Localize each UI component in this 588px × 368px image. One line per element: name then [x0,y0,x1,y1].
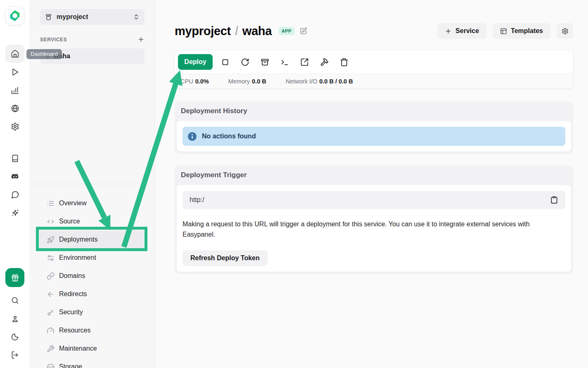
main-content: myproject/waha APP Service Templates Dep… [155,0,588,368]
templates-button[interactable]: Templates [493,23,550,39]
rail-search-button[interactable] [5,291,24,309]
rail-support-button[interactable] [5,185,24,204]
service-menu: Overview Source Deployments Environment … [37,194,147,368]
play-icon [11,68,19,76]
account-icon [11,314,19,323]
logout-icon [11,351,19,359]
breadcrumb-project: myproject [175,24,231,38]
project-selector[interactable]: myproject [40,9,145,25]
rail-run-button[interactable] [5,63,24,81]
stop-service-button[interactable] [215,54,235,70]
terminal-icon [280,58,289,66]
menu-item-maintenance[interactable]: Maintenance [37,340,147,358]
icon-rail [0,0,30,368]
menu-item-label: Deployments [59,236,97,243]
rail-discord-button[interactable] [5,167,24,185]
project-settings-button[interactable] [557,23,573,39]
console-button[interactable] [275,54,294,70]
project-selector-label: myproject [57,13,128,21]
external-link-icon [300,58,309,66]
layout-panels-icon [500,28,507,35]
cpu-stat: CPU0.0% [180,78,209,85]
build-button[interactable] [314,54,334,70]
rail-docs-button[interactable] [5,149,24,167]
globe-icon [11,104,19,113]
gear-icon [562,28,569,35]
chevrons-up-down-icon [133,14,140,20]
book-icon [11,154,19,163]
sliders-icon [47,254,55,262]
alert-message: No actions found [202,133,256,140]
dashboard-tooltip: Dashboard [26,49,62,59]
plus-icon [445,28,452,35]
services-heading: SERVICES [40,37,67,43]
copy-url-button[interactable] [550,196,558,204]
app-type-badge: APP [279,27,294,35]
rail-analytics-button[interactable] [5,81,24,99]
rail-dark-mode-button[interactable] [5,328,24,346]
breadcrumb-service: waha [242,24,272,38]
menu-item-label: Domains [59,272,85,280]
menu-item-resources[interactable]: Resources [37,321,147,340]
wrench-icon [47,345,55,353]
rail-ai-button[interactable] [5,204,24,222]
gauge-icon [47,327,55,335]
trash-icon [340,58,349,66]
menu-item-label: Overview [59,199,87,207]
rail-account-button[interactable] [5,309,24,328]
menu-item-storage[interactable]: Storage [37,358,147,368]
gift-icon [11,273,19,282]
rename-service-button[interactable] [300,27,307,35]
rail-settings-button[interactable] [5,117,24,135]
rail-dashboard-button[interactable] [5,45,24,63]
trigger-description: Making a request to this URL will trigge… [183,219,560,240]
home-icon [11,50,19,58]
menu-item-environment[interactable]: Environment [37,249,147,267]
archive-service-button[interactable] [255,54,275,70]
memory-stat: Memory0.0 B [228,78,266,85]
page-title: myproject/waha [175,24,272,38]
menu-item-label: Redirects [59,290,87,298]
menu-item-overview[interactable]: Overview [37,194,147,212]
deployment-history-title: Deployment History [177,101,571,121]
templates-label: Templates [511,27,543,35]
archive-icon [261,58,269,66]
info-icon [188,132,197,141]
stop-icon [221,58,230,66]
trigger-url-field[interactable]: http:/ [183,191,565,209]
moon-icon [11,332,19,341]
rail-domains-button[interactable] [5,99,24,117]
rail-logout-button[interactable] [5,346,24,364]
menu-item-deployments[interactable]: Deployments [37,230,147,249]
rail-gift-button[interactable] [5,268,24,287]
add-service-button[interactable] [138,36,145,43]
chat-bubble-icon [11,190,19,199]
edit-icon [300,27,307,35]
menu-item-security[interactable]: Security [37,303,147,321]
reload-icon [241,58,249,66]
hammer-icon [320,58,329,66]
add-service-header-button[interactable]: Service [437,23,486,39]
clipboard-icon [550,196,558,204]
menu-item-source[interactable]: Source [37,212,147,230]
bar-chart-icon [11,86,19,95]
sparkles-icon [11,209,19,217]
delete-service-button[interactable] [334,54,354,70]
no-actions-alert: No actions found [183,127,565,146]
menu-item-label: Resources [59,327,90,334]
hard-drive-icon [47,363,55,368]
menu-item-domains[interactable]: Domains [37,267,147,285]
menu-item-redirects[interactable]: Redirects [37,285,147,303]
sidebar-divider [30,184,154,184]
open-app-button[interactable] [294,54,314,70]
restart-service-button[interactable] [235,54,255,70]
archive-box-icon [45,14,52,21]
breadcrumb-separator: / [235,24,238,38]
deploy-button[interactable]: Deploy [178,54,213,70]
key-icon [47,309,55,316]
refresh-deploy-token-button[interactable]: Refresh Deploy Token [183,250,268,266]
code-icon [47,218,55,226]
easypanel-logo[interactable] [5,6,24,25]
trigger-url-value: http:/ [190,196,204,204]
resource-stats-bar: CPU0.0% Memory0.0 B Network I/O0.0 B / 0… [175,74,573,88]
